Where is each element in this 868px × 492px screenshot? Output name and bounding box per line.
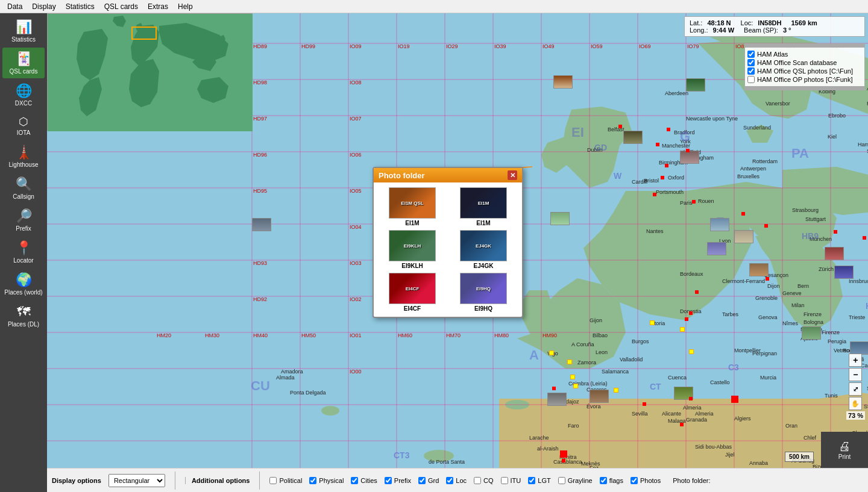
zoom-hand-button[interactable]: ✋	[849, 397, 862, 410]
photo-thumb-6: EI9HQ	[460, 273, 507, 304]
prefix-icon: 🔎	[16, 208, 32, 224]
cb-flags-label: flags	[609, 477, 623, 484]
divider-1	[175, 472, 175, 490]
dot-11	[834, 230, 837, 234]
map-thumb-5	[550, 212, 570, 225]
panel-item-ham-atlas: HAM Atlas	[747, 50, 862, 58]
dot-3	[656, 143, 659, 146]
sidebar-item-lighthouse[interactable]: 🗼 Lighthouse	[2, 141, 45, 172]
svg-point-16	[321, 406, 339, 416]
print-button[interactable]: 🖨 Print	[821, 432, 868, 468]
photo-label-1: EI1M	[405, 220, 419, 226]
dot-4	[686, 149, 690, 152]
callsign-icon: 🔍	[16, 176, 32, 192]
panel-check-ham-op[interactable]	[747, 76, 755, 83]
photo-thumb-1: EI1M QSL	[389, 187, 436, 219]
photo-popup-title: Photo folder ✕	[374, 168, 522, 182]
zoom-fit-button[interactable]: ⤢	[849, 382, 862, 396]
cb-photos-label: Photos	[640, 477, 661, 484]
cb-photos-input[interactable]	[631, 477, 638, 484]
projection-select[interactable]: Rectangular Mercator Azimuthal Orthograp…	[108, 474, 165, 487]
yellow-sq-4	[573, 384, 578, 388]
zoom-controls: + − ⤢ ✋ 73 %	[846, 353, 865, 420]
sidebar-item-iota[interactable]: ⬡ IOTA	[2, 111, 45, 140]
cb-cities-input[interactable]	[351, 477, 358, 484]
map-area[interactable]: HD89 HD99 IO09 IO19 IO29 IO39 IO49 IO59 …	[47, 13, 868, 492]
cb-itu-label: ITU	[511, 477, 521, 484]
map-thumb-2	[686, 78, 705, 92]
panel-check-ham-qsl[interactable]	[747, 67, 755, 75]
menu-data[interactable]: Data	[2, 1, 27, 12]
photo-popup-close[interactable]: ✕	[508, 170, 517, 180]
cb-photos: Photos	[631, 477, 661, 484]
sidebar-item-qsl-cards[interactable]: 🃏 QSL cards	[2, 48, 45, 78]
panel-check-ham-scan[interactable]	[747, 59, 755, 66]
zoom-in-button[interactable]: +	[849, 353, 862, 367]
menu-display[interactable]: Display	[27, 1, 60, 12]
additional-options-section: Additional options	[185, 477, 250, 484]
map-thumb-cu	[252, 218, 271, 231]
menu-statistics[interactable]: Statistics	[61, 1, 99, 12]
cb-flags: flags	[600, 477, 623, 484]
sidebar-item-locator[interactable]: 📍 Locator	[2, 237, 45, 267]
cb-lgt-input[interactable]	[528, 477, 535, 484]
cb-cq-input[interactable]	[474, 477, 481, 484]
cb-political-input[interactable]	[269, 477, 277, 484]
cb-physical-label: Physical	[319, 477, 344, 484]
panel-label-ham-op: HAM Office OP photos [C:\Funk]	[757, 76, 853, 83]
menu-help[interactable]: Help	[173, 1, 198, 12]
cb-flags-input[interactable]	[600, 477, 607, 484]
cb-physical-input[interactable]	[309, 477, 316, 484]
right-panel-list: HAM Atlas HAM Office Scan database HAM O…	[745, 48, 864, 86]
map-thumb-15	[590, 390, 609, 403]
cb-grd-label: Grd	[428, 477, 439, 484]
zoom-out-button[interactable]: −	[849, 368, 862, 381]
panel-item-ham-qsl: HAM Office QSL photos [C:\Fun]	[747, 67, 862, 75]
cb-itu-input[interactable]	[501, 477, 508, 484]
map-thumb-10	[802, 326, 821, 340]
cb-cq-label: CQ	[483, 477, 494, 484]
lat-label: Lat.:	[690, 19, 702, 26]
locator-icon: 📍	[16, 240, 32, 256]
menu-qsl-cards[interactable]: QSL cards	[99, 1, 143, 12]
sidebar-item-prefix[interactable]: 🔎 Prefix	[2, 205, 45, 235]
panel-label-ham-atlas: HAM Atlas	[757, 51, 788, 58]
cb-grayline: Grayline	[558, 477, 593, 484]
sidebar-item-places-dl[interactable]: 🗺 Places (DL)	[2, 300, 45, 331]
sidebar-item-statistics[interactable]: 📊 Statistics	[2, 16, 45, 46]
sidebar-item-places-world[interactable]: 🌍 Places (world)	[2, 269, 45, 299]
loc-label: Loc:	[741, 19, 753, 26]
scale-value: 500 km	[789, 453, 810, 460]
cb-loc-input[interactable]	[446, 477, 453, 484]
photo-item-2: EI1M EI1M	[450, 187, 517, 226]
dot-10	[764, 224, 768, 228]
map-thumb-1	[553, 75, 573, 89]
yellow-sq-5	[650, 320, 655, 325]
photo-popup-title-text: Photo folder	[379, 171, 425, 180]
cb-political: Political	[269, 477, 302, 484]
sidebar-item-callsign[interactable]: 🔍 Callsign	[2, 173, 45, 204]
yellow-sq-6	[680, 327, 685, 332]
cb-loc: Loc	[446, 477, 467, 484]
cb-lgt: LGT	[528, 477, 550, 484]
panel-item-ham-scan: HAM Office Scan database	[747, 58, 862, 67]
red-square-large	[560, 450, 567, 458]
cb-grd-input[interactable]	[418, 477, 426, 484]
cb-cities-label: Cities	[360, 477, 377, 484]
cb-prefix: Prefix	[385, 477, 411, 484]
sidebar-item-dxcc[interactable]: 🌐 DXCC	[2, 79, 45, 110]
cb-prefix-input[interactable]	[385, 477, 392, 484]
svg-point-17	[505, 400, 529, 409]
loc-value: IN58DH	[758, 19, 781, 26]
photo-item-1: EI1M QSL EI1M	[379, 187, 446, 226]
dot-8	[692, 200, 696, 204]
red-square-large2	[731, 396, 738, 403]
photo-thumb-4: EJ4GK	[460, 230, 507, 261]
dot-2	[667, 128, 670, 131]
cb-grayline-label: Grayline	[568, 477, 593, 484]
photo-item-6: EI9HQ EI9HQ	[450, 273, 517, 312]
menu-extras[interactable]: Extras	[143, 1, 173, 12]
cb-grayline-input[interactable]	[558, 477, 565, 484]
photo-thumb-3: EI9KLH	[389, 230, 436, 261]
panel-check-ham-atlas[interactable]	[747, 51, 755, 58]
